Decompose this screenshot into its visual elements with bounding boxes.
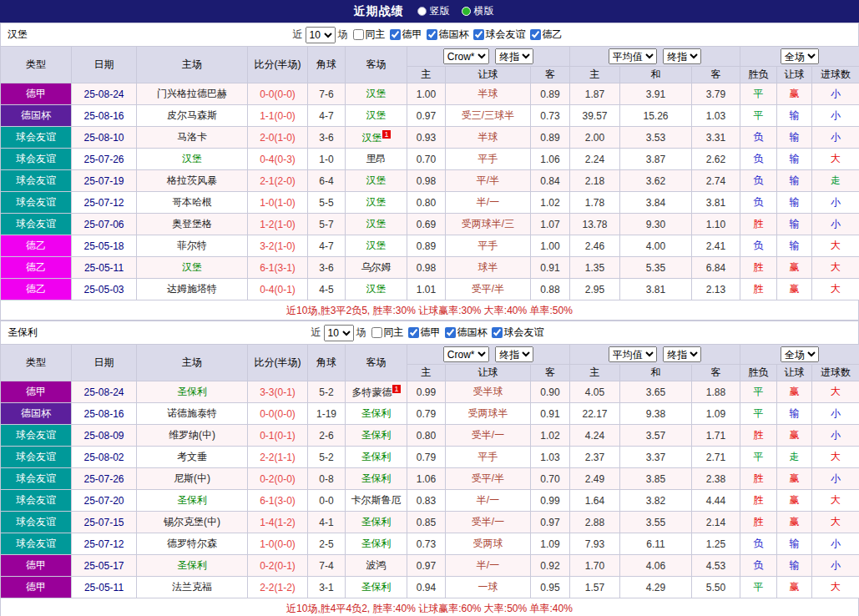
radio-unselected-icon[interactable] [417,7,427,16]
team-link[interactable]: 奥登堡格 [172,218,212,230]
team-link[interactable]: 汉堡 [366,240,387,251]
home-team[interactable]: 德罗特尔森 [137,533,248,555]
team-link[interactable]: 汉堡 [366,218,387,230]
odds-company-select[interactable]: Crow* [443,48,489,64]
score[interactable]: 2-0(1-0) [248,127,308,149]
away-team[interactable]: 汉堡 [346,214,407,235]
team-link[interactable]: 达姆施塔特 [167,283,217,295]
filter-checkbox-球会友谊[interactable]: 球会友谊 [492,326,544,340]
away-team[interactable]: 汉堡 [346,170,407,192]
home-team[interactable]: 马洛卡 [137,127,248,149]
team-link[interactable]: 圣保利 [361,451,392,462]
odds-period-select[interactable]: 终指 [495,48,533,64]
score[interactable]: 2-2(1-2) [248,577,308,598]
team-link[interactable]: 圣保利 [177,494,207,506]
team-link[interactable]: 尼斯(中) [174,472,210,484]
team-link[interactable]: 哥本哈根 [172,196,212,208]
score[interactable]: 1-0(1-0) [248,192,308,214]
team-link[interactable]: 法兰克福 [172,581,212,593]
away-team[interactable]: 多特蒙德1 [346,381,407,403]
avg-company-select[interactable]: 平均值 [609,48,657,64]
score[interactable]: 0-4(0-1) [248,279,308,300]
odds-period-select[interactable]: 终指 [495,346,533,362]
team-link[interactable]: 圣保利 [361,429,392,441]
avg-company-select[interactable]: 平均值 [609,346,657,362]
away-team[interactable]: 乌尔姆 [346,257,407,279]
team-link[interactable]: 圣保利 [361,407,392,419]
away-team[interactable]: 波鸿 [346,555,407,577]
home-team[interactable]: 尼斯(中) [137,468,248,490]
checkbox-德甲[interactable] [408,327,419,338]
home-team[interactable]: 考文垂 [137,447,248,468]
score[interactable]: 0-0(0-0) [248,83,308,105]
home-team[interactable]: 圣保利 [137,381,248,403]
score[interactable]: 3-2(1-0) [248,235,308,257]
checkbox-德甲[interactable] [390,29,401,40]
home-team[interactable]: 维罗纳(中) [137,425,248,447]
team-link[interactable]: 多特蒙德 [351,386,392,398]
away-team[interactable]: 圣保利 [346,512,407,533]
team-link[interactable]: 圣保利 [361,581,392,593]
checkbox-球会友谊[interactable] [473,29,484,40]
team-link[interactable]: 汉堡 [366,196,387,208]
score[interactable]: 2-2(1-1) [248,447,308,468]
team-link[interactable]: 德罗特尔森 [167,538,217,549]
match-count-select[interactable]: 10 [306,27,336,43]
score[interactable]: 2-1(2-0) [248,170,308,192]
away-team[interactable]: 圣保利 [346,403,407,425]
away-team[interactable]: 圣保利 [346,425,407,447]
avg-period-select[interactable]: 终指 [663,48,701,64]
home-team[interactable]: 锡尔克堡(中) [137,512,248,533]
team-link[interactable]: 汉堡 [366,88,387,99]
home-team[interactable]: 达姆施塔特 [137,279,248,300]
team-link[interactable]: 汉堡 [361,132,381,144]
away-team[interactable]: 卡尔斯鲁厄 [346,490,407,512]
layout-radio-横版[interactable]: 横版 [462,4,494,18]
team-link[interactable]: 汉堡 [366,283,387,295]
team-link[interactable]: 波鸿 [366,559,387,571]
team-link[interactable]: 卡尔斯鲁厄 [351,494,402,506]
team-link[interactable]: 汉堡 [366,174,387,186]
team-link[interactable]: 圣保利 [177,386,207,397]
home-team[interactable]: 汉堡 [137,149,248,170]
away-team[interactable]: 汉堡 [346,279,407,300]
checkbox-球会友谊[interactable] [492,327,503,338]
team-link[interactable]: 汉堡 [182,153,202,164]
filter-checkbox-德乙[interactable]: 德乙 [530,28,563,42]
score[interactable]: 1-4(1-2) [248,512,308,533]
score[interactable]: 0-2(0-0) [248,468,308,490]
score[interactable]: 0-1(0-1) [248,425,308,447]
team-link[interactable]: 格拉茨风暴 [167,174,217,186]
checkbox-德乙[interactable] [530,29,541,40]
team-link[interactable]: 皮尔马森斯 [167,109,217,121]
score[interactable]: 0-4(0-3) [248,149,308,170]
score[interactable]: 0-2(0-1) [248,555,308,577]
away-team[interactable]: 圣保利 [346,468,407,490]
filter-checkbox-德国杯[interactable]: 德国杯 [445,326,488,340]
away-team[interactable]: 里昂 [346,149,407,170]
radio-selected-icon[interactable] [462,7,471,16]
filter-checkbox-德甲[interactable]: 德甲 [408,326,441,340]
team-link[interactable]: 维罗纳(中) [169,429,215,441]
home-team[interactable]: 法兰克福 [137,577,248,598]
home-team[interactable]: 哥本哈根 [137,192,248,214]
score[interactable]: 1-2(1-0) [248,214,308,235]
home-team[interactable]: 菲尔特 [137,235,248,257]
home-team[interactable]: 汉堡 [137,257,248,279]
team-link[interactable]: 马洛卡 [177,131,207,143]
away-team[interactable]: 汉堡1 [346,127,407,149]
home-team[interactable]: 奥登堡格 [137,214,248,235]
score[interactable]: 1-0(0-0) [248,533,308,555]
avg-period-select[interactable]: 终指 [663,346,701,362]
score[interactable]: 6-1(3-0) [248,490,308,512]
score[interactable]: 6-1(3-1) [248,257,308,279]
away-team[interactable]: 汉堡 [346,83,407,105]
team-link[interactable]: 汉堡 [366,109,387,121]
team-link[interactable]: 菲尔特 [177,240,207,251]
odds-company-select[interactable]: Crow* [443,346,489,362]
checkbox-德国杯[interactable] [427,29,437,40]
score[interactable]: 0-0(0-0) [248,403,308,425]
home-team[interactable]: 诺德施泰特 [137,403,248,425]
team-link[interactable]: 诺德施泰特 [167,407,217,419]
filter-checkbox-德国杯[interactable]: 德国杯 [427,28,469,42]
